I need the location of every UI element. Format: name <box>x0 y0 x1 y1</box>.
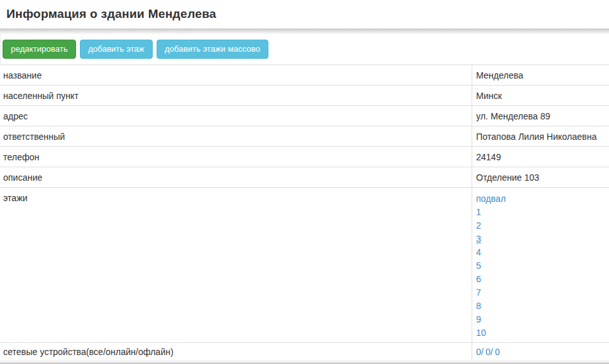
building-info-table: название Менделева населенный пункт Минс… <box>0 64 609 361</box>
row-label: телефон <box>0 147 472 167</box>
floor-link-5[interactable]: 5 <box>476 259 609 273</box>
row-value: Отделение 103 <box>472 167 609 187</box>
building-info-page: Информация о здании Менделева редактиров… <box>0 0 609 364</box>
network-devices-counts: 0/ 0/ 0 <box>472 343 609 361</box>
table-row-phone: телефон 24149 <box>0 146 609 167</box>
floor-link-3[interactable]: 3 <box>476 232 609 246</box>
add-floors-bulk-button[interactable]: добавить этажи массово <box>157 40 268 59</box>
row-label: название <box>0 65 472 85</box>
row-value: Менделева <box>472 65 609 85</box>
header-divider <box>0 28 609 34</box>
row-value: Минск <box>472 86 609 105</box>
table-row-floors: этажи подвал 1 2 3 4 5 6 7 8 9 10 <box>0 187 609 342</box>
table-row-description: описание Отделение 103 <box>0 167 609 187</box>
row-label: адрес <box>0 106 472 126</box>
floor-link-10[interactable]: 10 <box>476 326 609 340</box>
table-row-address: адрес ул. Менделева 89 <box>0 105 609 126</box>
network-online-link[interactable]: 0/ <box>486 347 493 357</box>
page-header: Информация о здании Менделева <box>0 0 609 28</box>
row-label: сетевые устройства(все/онлайн/офлайн) <box>0 343 472 361</box>
floor-link-basement[interactable]: подвал <box>476 192 609 206</box>
floor-link-9[interactable]: 9 <box>476 313 609 326</box>
page-title: Информация о здании Менделева <box>6 7 216 21</box>
network-all-link[interactable]: 0/ <box>476 347 484 357</box>
floor-link-2[interactable]: 2 <box>476 219 609 232</box>
toolbar: редактировать добавить этаж добавить эта… <box>0 34 609 64</box>
floor-link-6[interactable]: 6 <box>476 273 609 286</box>
row-value: ул. Менделева 89 <box>472 106 609 126</box>
floor-link-7[interactable]: 7 <box>476 286 609 300</box>
table-row-network-devices: сетевые устройства(все/онлайн/офлайн) 0/… <box>0 342 609 361</box>
table-row-locality: населенный пункт Минск <box>0 85 609 105</box>
table-row-name: название Менделева <box>0 64 609 85</box>
add-floor-button[interactable]: добавить этаж <box>80 40 153 59</box>
floors-list: подвал 1 2 3 4 5 6 7 8 9 10 <box>472 188 609 342</box>
row-label: населенный пункт <box>0 86 472 105</box>
row-label: ответственный <box>0 126 472 146</box>
row-label: описание <box>0 167 472 187</box>
row-value: Потапова Лилия Николаевна <box>472 126 609 146</box>
row-label: этажи <box>0 188 472 342</box>
row-value: 24149 <box>472 147 609 167</box>
network-offline-link[interactable]: 0 <box>495 347 500 357</box>
edit-button[interactable]: редактировать <box>3 40 76 59</box>
floor-link-8[interactable]: 8 <box>476 300 609 313</box>
table-row-responsible: ответственный Потапова Лилия Николаевна <box>0 126 609 146</box>
floor-link-1[interactable]: 1 <box>476 206 609 219</box>
floor-link-4[interactable]: 4 <box>476 246 609 259</box>
